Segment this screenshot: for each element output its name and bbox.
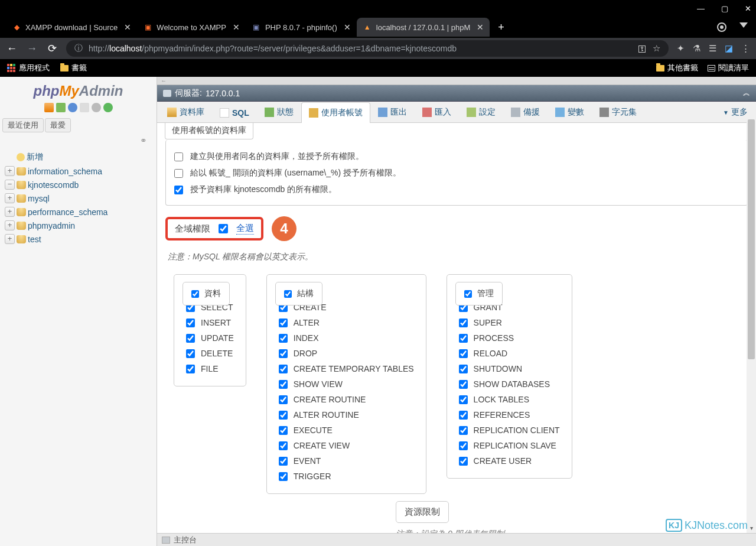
back-button[interactable]: ← bbox=[6, 43, 18, 55]
priv-item[interactable]: SHOW DATABASES bbox=[459, 376, 560, 392]
group-title[interactable]: 資料 bbox=[183, 282, 230, 306]
priv-checkbox[interactable] bbox=[186, 349, 195, 358]
tab-close-icon[interactable]: ✕ bbox=[124, 22, 131, 32]
link-icon[interactable]: ⚭ bbox=[140, 136, 147, 145]
collapse-caret-icon[interactable]: ︽ bbox=[743, 88, 750, 98]
group-title[interactable]: 管理 bbox=[455, 282, 503, 306]
priv-item[interactable]: SHOW VIEW bbox=[279, 376, 414, 392]
close-window-button[interactable]: ✕ bbox=[745, 4, 751, 13]
db-node[interactable]: performance_schema bbox=[5, 205, 154, 219]
logout-icon[interactable] bbox=[56, 103, 66, 112]
tab-databases[interactable]: 資料庫 bbox=[159, 102, 212, 122]
checkbox[interactable] bbox=[174, 169, 183, 178]
app-icon[interactable]: ◪ bbox=[725, 43, 733, 54]
db-node[interactable]: phpmyadmin bbox=[5, 219, 154, 232]
priv-checkbox[interactable] bbox=[279, 472, 288, 481]
priv-checkbox[interactable] bbox=[459, 395, 468, 404]
browser-tab[interactable]: ▣PHP 8.0.7 - phpinfo()✕ bbox=[246, 18, 357, 37]
priv-item[interactable]: CREATE USER bbox=[459, 453, 560, 469]
priv-checkbox[interactable] bbox=[186, 365, 195, 373]
settings-icon[interactable] bbox=[92, 103, 101, 112]
collapse-icon[interactable] bbox=[5, 180, 15, 190]
tab-import[interactable]: 匯入 bbox=[415, 102, 459, 122]
select-all-checkbox[interactable] bbox=[219, 224, 228, 233]
tab-close-icon[interactable]: ✕ bbox=[344, 22, 351, 32]
checkbox[interactable] bbox=[174, 152, 183, 161]
new-tab-button[interactable]: + bbox=[493, 21, 509, 34]
priv-checkbox[interactable] bbox=[279, 441, 288, 450]
priv-item[interactable]: INSERT bbox=[186, 315, 234, 330]
forward-button[interactable]: → bbox=[26, 43, 38, 55]
tab-status[interactable]: 狀態 bbox=[257, 102, 301, 122]
extensions-icon[interactable]: ✦ bbox=[677, 43, 685, 54]
tab-close-icon[interactable]: ✕ bbox=[233, 22, 240, 32]
priv-item[interactable]: UPDATE bbox=[186, 330, 234, 346]
checkbox[interactable] bbox=[174, 186, 183, 194]
tab-replication[interactable]: 備援 bbox=[503, 102, 548, 122]
priv-item[interactable]: RELOAD bbox=[459, 346, 560, 361]
priv-checkbox[interactable] bbox=[459, 441, 468, 450]
priv-checkbox[interactable] bbox=[186, 318, 195, 327]
other-bookmarks[interactable]: 其他書籤 bbox=[656, 63, 698, 73]
priv-checkbox[interactable] bbox=[279, 457, 288, 466]
priv-checkbox[interactable] bbox=[279, 411, 288, 420]
priv-checkbox[interactable] bbox=[279, 318, 288, 327]
db-node[interactable]: information_schema bbox=[5, 164, 154, 178]
star-icon[interactable]: ☆ bbox=[653, 43, 660, 54]
account-icon[interactable] bbox=[717, 22, 726, 32]
browser-tab[interactable]: ▣Welcome to XAMPP✕ bbox=[137, 18, 246, 37]
scrollbar-thumb[interactable] bbox=[748, 119, 755, 359]
priv-item[interactable]: DROP bbox=[279, 346, 414, 361]
priv-checkbox[interactable] bbox=[459, 365, 468, 373]
site-info-icon[interactable]: ⓘ bbox=[74, 43, 83, 54]
priv-checkbox[interactable] bbox=[279, 380, 288, 389]
home-icon[interactable] bbox=[44, 103, 54, 112]
favorite-button[interactable]: 最愛 bbox=[45, 118, 71, 132]
priv-item[interactable]: FILE bbox=[186, 361, 234, 376]
recent-button[interactable]: 最近使用 bbox=[2, 118, 44, 132]
priv-item[interactable]: LOCK TABLES bbox=[459, 392, 560, 407]
sidebar-collapse-bar[interactable]: ← bbox=[157, 77, 756, 85]
db-node[interactable]: test bbox=[5, 232, 154, 246]
tab-variables[interactable]: 變數 bbox=[548, 102, 592, 122]
refresh-icon[interactable] bbox=[103, 103, 113, 112]
browser-tab[interactable]: ◆XAMPP download | Source✕ bbox=[6, 18, 137, 37]
help-icon[interactable] bbox=[68, 103, 77, 112]
priv-checkbox[interactable] bbox=[279, 426, 288, 435]
priv-checkbox[interactable] bbox=[459, 457, 468, 466]
bookmark-folder[interactable]: 書籤 bbox=[60, 63, 87, 73]
group-checkbox[interactable] bbox=[191, 290, 199, 298]
priv-checkbox[interactable] bbox=[279, 334, 288, 343]
priv-item[interactable]: CREATE TEMPORARY TABLES bbox=[279, 361, 414, 376]
priv-item[interactable]: SHUTDOWN bbox=[459, 361, 560, 376]
priv-checkbox[interactable] bbox=[186, 334, 195, 343]
priv-item[interactable]: ALTER bbox=[279, 315, 414, 330]
priv-item[interactable]: REPLICATION CLIENT bbox=[459, 422, 560, 438]
address-bar[interactable]: ⓘ http://localhost/phpmyadmin/index.php?… bbox=[66, 40, 669, 57]
maximize-button[interactable]: ▢ bbox=[721, 4, 728, 13]
priv-item[interactable]: INDEX bbox=[279, 330, 414, 346]
tab-charsets[interactable]: 字元集 bbox=[592, 102, 644, 122]
sql-icon[interactable] bbox=[80, 103, 89, 112]
apps-shortcut[interactable]: 應用程式 bbox=[7, 63, 50, 73]
priv-checkbox[interactable] bbox=[279, 365, 288, 373]
priv-checkbox[interactable] bbox=[279, 349, 288, 358]
priv-checkbox[interactable] bbox=[279, 395, 288, 404]
opt-create-same-name[interactable]: 建立與使用者同名的資料庫，並授予所有權限。 bbox=[174, 148, 739, 165]
expand-icon[interactable] bbox=[5, 193, 15, 203]
priv-checkbox[interactable] bbox=[459, 334, 468, 343]
tab-sql[interactable]: SQL bbox=[212, 103, 257, 122]
group-checkbox[interactable] bbox=[464, 290, 472, 298]
reading-list[interactable]: 閱讀清單 bbox=[708, 63, 749, 73]
group-title[interactable]: 結構 bbox=[275, 282, 322, 306]
priv-item[interactable]: PROCESS bbox=[459, 330, 560, 346]
priv-item[interactable]: CREATE ROUTINE bbox=[279, 392, 414, 407]
db-node[interactable]: mysql bbox=[5, 191, 154, 205]
expand-icon[interactable] bbox=[5, 220, 15, 230]
priv-item[interactable]: REFERENCES bbox=[459, 407, 560, 422]
opt-grant-db[interactable]: 授予資料庫 kjnotescomdb 的所有權限。 bbox=[174, 181, 739, 198]
browser-tab[interactable]: ▲localhost / 127.0.0.1 | phpM✕ bbox=[357, 18, 490, 37]
new-db-link[interactable]: 新增 bbox=[5, 150, 154, 164]
priv-checkbox[interactable] bbox=[459, 380, 468, 389]
priv-checkbox[interactable] bbox=[459, 318, 468, 327]
